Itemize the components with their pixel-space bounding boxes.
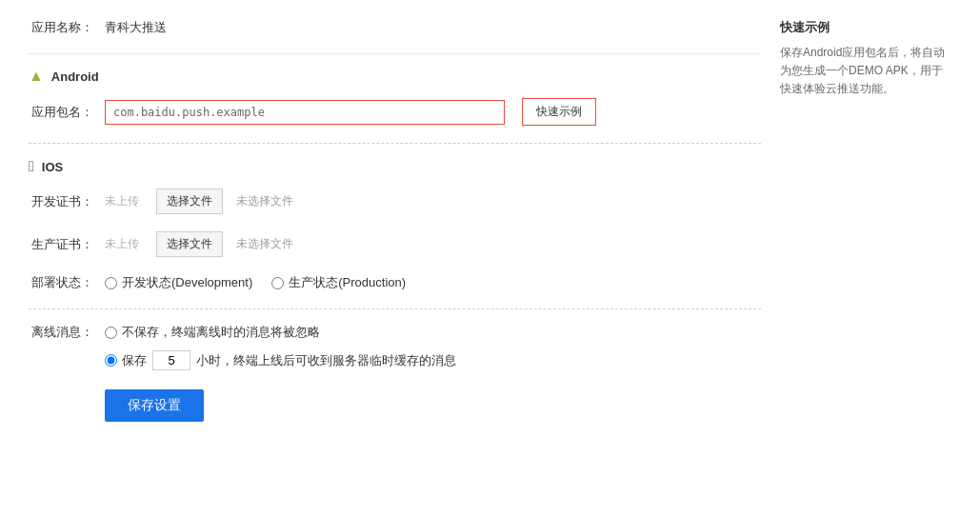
- dev-cert-label: 开发证书：: [29, 193, 105, 210]
- deploy-radio-group: 开发状态(Development) 生产状态(Production): [105, 274, 406, 291]
- android-icon: ▲: [29, 68, 44, 85]
- offline-label: 离线消息：: [29, 324, 105, 341]
- deploy-dev-radio[interactable]: [105, 277, 117, 289]
- ios-label: IOS: [42, 160, 63, 174]
- android-label: Android: [51, 69, 99, 84]
- deploy-dev-option[interactable]: 开发状态(Development): [105, 274, 252, 291]
- package-input[interactable]: [106, 101, 372, 124]
- package-label: 应用包名：: [29, 104, 105, 121]
- offline-save-text-post: 小时，终端上线后可收到服务器临时缓存的消息: [196, 352, 456, 369]
- dev-cert-no-chosen: 未选择文件: [236, 193, 293, 209]
- android-section-header: ▲ Android: [29, 68, 761, 85]
- package-input-wrapper: [105, 100, 505, 125]
- ios-section-header:  IOS: [29, 158, 761, 175]
- prod-cert-label: 生产证书：: [29, 236, 105, 253]
- offline-no-save-option[interactable]: 不保存，终端离线时的消息将被忽略: [105, 324, 320, 341]
- deploy-label: 部署状态：: [29, 274, 105, 291]
- prod-cert-not-uploaded: 未上传: [105, 236, 139, 252]
- sidebar-desc: 保存Android应用包名后，将自动为您生成一个DEMO APK，用于快速体验云…: [780, 44, 951, 99]
- offline-section: 离线消息： 不保存，终端离线时的消息将被忽略 保存 小时，终端上线后可: [29, 324, 761, 370]
- offline-hours-input[interactable]: [152, 350, 190, 370]
- deploy-prod-radio[interactable]: [271, 277, 284, 289]
- app-name-value: 青科大推送: [105, 19, 167, 36]
- sidebar-title: 快速示例: [780, 19, 951, 36]
- prod-cert-choose-button[interactable]: 选择文件: [156, 231, 223, 257]
- offline-save-option[interactable]: 保存: [105, 352, 147, 369]
- deploy-prod-option[interactable]: 生产状态(Production): [271, 274, 406, 291]
- dev-cert-not-uploaded: 未上传: [105, 193, 139, 209]
- offline-no-save-radio[interactable]: [105, 327, 117, 339]
- app-name-label: 应用名称：: [29, 19, 105, 36]
- deploy-dev-label: 开发状态(Development): [122, 274, 252, 291]
- dev-cert-choose-button[interactable]: 选择文件: [156, 189, 223, 214]
- offline-no-save-text: 不保存，终端离线时的消息将被忽略: [122, 324, 320, 341]
- deploy-prod-label: 生产状态(Production): [289, 274, 406, 291]
- quick-example-button[interactable]: 快速示例: [522, 98, 596, 126]
- offline-save-radio[interactable]: [105, 354, 117, 367]
- apple-icon: : [29, 158, 34, 175]
- prod-cert-no-chosen: 未选择文件: [236, 236, 293, 252]
- sidebar: 快速示例 保存Android应用包名后，将自动为您生成一个DEMO APK，用于…: [761, 19, 951, 422]
- save-settings-button[interactable]: 保存设置: [105, 389, 204, 422]
- offline-save-text-pre: 保存: [122, 352, 147, 369]
